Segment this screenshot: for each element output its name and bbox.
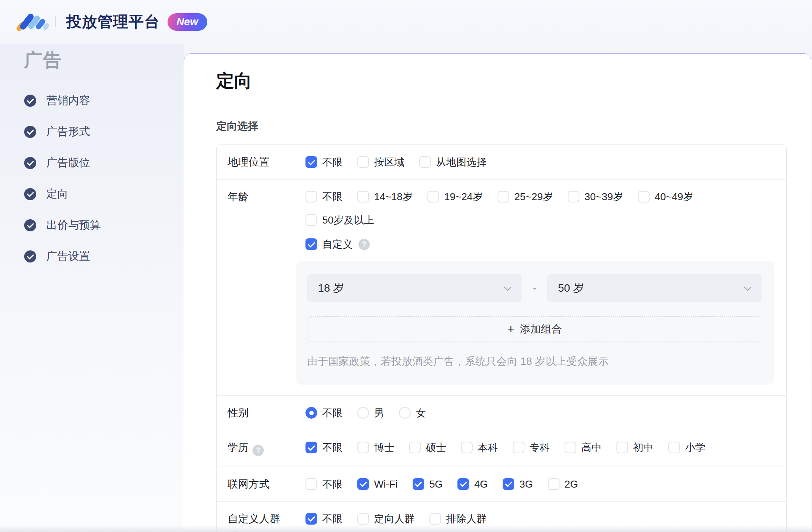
- row-help-icon[interactable]: ?: [252, 445, 264, 456]
- checkbox-unchecked[interactable]: [305, 478, 317, 490]
- checkbox-unchecked[interactable]: [565, 442, 576, 453]
- option-label: 不限: [322, 155, 342, 169]
- checkbox-unchecked[interactable]: [498, 191, 509, 203]
- option-label: 男: [374, 406, 384, 419]
- checkbox-checked[interactable]: [305, 156, 317, 168]
- checkbox-unchecked[interactable]: [548, 478, 560, 490]
- option-定向人群[interactable]: 定向人群: [357, 512, 415, 525]
- add-combination-button[interactable]: +添加组合: [307, 316, 762, 342]
- option-label: 19~24岁: [444, 190, 483, 203]
- checkbox-unchecked[interactable]: [305, 214, 317, 226]
- checkbox-unchecked[interactable]: [357, 513, 369, 525]
- option-不限[interactable]: 不限: [305, 441, 342, 454]
- checkbox-unchecked[interactable]: [357, 156, 369, 168]
- radio-selected[interactable]: [305, 407, 317, 419]
- checkbox-checked[interactable]: [357, 478, 369, 490]
- option-不限[interactable]: 不限: [305, 406, 342, 419]
- option-不限[interactable]: 不限: [305, 190, 342, 203]
- option-不限[interactable]: 不限: [305, 477, 342, 491]
- radio-unselected[interactable]: [399, 407, 411, 419]
- brand-logo-icon: [17, 9, 50, 34]
- option-help-icon[interactable]: ?: [358, 239, 370, 250]
- option-label: 专科: [530, 441, 550, 454]
- option-label: 本科: [478, 441, 498, 454]
- checkbox-unchecked[interactable]: [419, 156, 431, 168]
- row-label-network: 联网方式: [228, 477, 305, 491]
- option-高中[interactable]: 高中: [565, 441, 602, 454]
- checkbox-unchecked[interactable]: [357, 442, 369, 453]
- checkbox-checked[interactable]: [413, 478, 424, 490]
- option-label: 自定义: [322, 238, 353, 251]
- option-按区域[interactable]: 按区域: [357, 155, 404, 169]
- option-group: 不限男女: [305, 406, 776, 419]
- sidebar-item-5[interactable]: 出价与预算: [24, 210, 184, 241]
- targeting-card: 定向 定向选择 地理位置不限按区域从地图选择年龄不限14~18岁19~24岁25…: [184, 53, 811, 532]
- checkbox-unchecked[interactable]: [427, 191, 439, 203]
- sidebar-item-4[interactable]: 定向: [24, 178, 184, 210]
- checkbox-unchecked[interactable]: [513, 442, 524, 453]
- page-title: 定向: [216, 69, 786, 92]
- checkbox-unchecked[interactable]: [668, 442, 680, 453]
- plus-icon: +: [507, 323, 515, 335]
- option-硕士[interactable]: 硕士: [409, 441, 446, 454]
- checkbox-unchecked[interactable]: [568, 191, 579, 203]
- option-label: 40~49岁: [655, 190, 693, 203]
- row-help-icon[interactable]: ?: [230, 531, 241, 532]
- sidebar-item-1[interactable]: 营销内容: [24, 85, 184, 116]
- option-排除人群[interactable]: 排除人群: [429, 512, 487, 525]
- checkbox-unchecked[interactable]: [429, 513, 441, 525]
- option-男[interactable]: 男: [357, 406, 384, 419]
- option-label: 小学: [685, 441, 705, 454]
- checkbox-unchecked[interactable]: [357, 191, 369, 203]
- option-不限[interactable]: 不限: [305, 155, 342, 169]
- option-3G[interactable]: 3G: [503, 477, 533, 491]
- sidebar-item-6[interactable]: 广告设置: [24, 241, 184, 272]
- option-博士[interactable]: 博士: [357, 441, 394, 454]
- option-初中[interactable]: 初中: [616, 441, 653, 454]
- form-row-education: 学历?不限博士硕士本科专科高中初中小学: [217, 430, 786, 467]
- option-自定义[interactable]: 自定义?: [305, 238, 370, 251]
- step-completed-check-icon: [24, 219, 36, 231]
- checkbox-unchecked[interactable]: [616, 442, 628, 453]
- radio-unselected[interactable]: [357, 407, 369, 419]
- option-group: 不限14~18岁19~24岁25~29岁30~39岁40~49岁50岁及以上: [305, 190, 776, 227]
- age-to-select[interactable]: 50 岁: [547, 274, 762, 302]
- sidebar-item-2[interactable]: 广告形式: [24, 116, 184, 147]
- checkbox-unchecked[interactable]: [409, 442, 421, 453]
- option-从地图选择[interactable]: 从地图选择: [419, 155, 487, 169]
- option-50岁及以上[interactable]: 50岁及以上: [305, 213, 374, 227]
- option-label: 不限: [322, 512, 342, 525]
- row-label-gender: 性别: [228, 406, 305, 419]
- sidebar: 广告 营销内容广告形式广告版位定向出价与预算广告设置: [0, 44, 184, 532]
- checkbox-checked[interactable]: [305, 238, 317, 250]
- checkbox-unchecked[interactable]: [305, 191, 317, 203]
- checkbox-checked[interactable]: [305, 442, 317, 453]
- option-30~39岁[interactable]: 30~39岁: [568, 190, 623, 203]
- option-2G[interactable]: 2G: [548, 477, 578, 491]
- option-label: 5G: [429, 477, 443, 491]
- option-14~18岁[interactable]: 14~18岁: [357, 190, 413, 203]
- sidebar-item-label: 广告版位: [46, 155, 90, 170]
- option-40~49岁[interactable]: 40~49岁: [638, 190, 693, 203]
- age-from-select[interactable]: 18 岁: [307, 274, 522, 302]
- option-不限[interactable]: 不限: [305, 512, 342, 525]
- checkbox-unchecked[interactable]: [461, 442, 473, 453]
- option-本科[interactable]: 本科: [461, 441, 498, 454]
- checkbox-unchecked[interactable]: [638, 191, 650, 203]
- option-专科[interactable]: 专科: [513, 441, 550, 454]
- section-label: 定向选择: [216, 119, 786, 133]
- option-4G[interactable]: 4G: [457, 477, 488, 491]
- option-女[interactable]: 女: [399, 406, 426, 419]
- form-row-geo: 地理位置不限按区域从地图选择: [217, 145, 786, 180]
- sidebar-item-3[interactable]: 广告版位: [24, 147, 184, 178]
- checkbox-checked[interactable]: [305, 513, 317, 525]
- checkbox-checked[interactable]: [503, 478, 514, 490]
- option-Wi-Fi[interactable]: Wi-Fi: [357, 477, 398, 491]
- option-5G[interactable]: 5G: [413, 477, 443, 491]
- option-25~29岁[interactable]: 25~29岁: [498, 190, 553, 203]
- step-completed-check-icon: [24, 250, 36, 262]
- option-小学[interactable]: 小学: [668, 441, 705, 454]
- row-options-age: 不限14~18岁19~24岁25~29岁30~39岁40~49岁50岁及以上自定…: [305, 190, 776, 385]
- option-19~24岁[interactable]: 19~24岁: [427, 190, 483, 203]
- checkbox-checked[interactable]: [457, 478, 469, 490]
